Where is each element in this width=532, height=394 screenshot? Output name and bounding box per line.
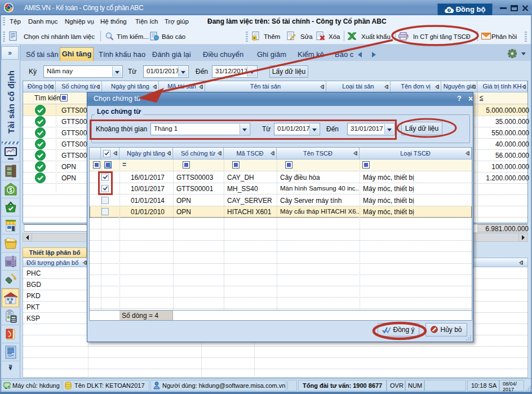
svg-text:$: $ [9,187,12,193]
